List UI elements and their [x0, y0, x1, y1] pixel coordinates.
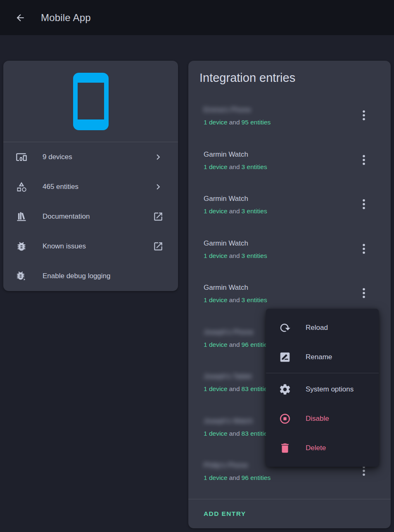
stop-circle-icon [279, 413, 291, 425]
entry-entities-link[interactable]: 3 entities [242, 252, 267, 259]
entry-devices-link[interactable]: 1 device [204, 474, 228, 481]
menu-item-delete[interactable]: Delete [266, 433, 379, 463]
menu-item-label: System options [306, 385, 354, 394]
dots-vertical-icon [358, 243, 370, 255]
integration-link-label: Enable debug logging [43, 272, 164, 280]
open-in-new-icon [153, 241, 164, 252]
integration-info-card: 9 devices465 entitiesDocumentationKnown … [3, 61, 178, 291]
entry-entities-link[interactable]: 95 entities [242, 119, 271, 126]
dots-vertical-icon [358, 154, 370, 166]
integration-entry-row: Garmin Watch1 deviceand3 entities [188, 144, 391, 188]
entry-devices-link[interactable]: 1 device [204, 208, 228, 215]
entry-name: Garmin Watch [204, 239, 248, 248]
entry-menu-button[interactable] [354, 283, 374, 303]
dots-vertical-icon [358, 198, 370, 210]
delete-icon [279, 442, 291, 454]
entry-menu-button[interactable] [354, 105, 374, 125]
back-button[interactable] [14, 12, 26, 24]
entry-subtitle-joiner: and [229, 474, 240, 481]
menu-item-label: Reload [306, 324, 328, 332]
bug-icon [16, 241, 27, 252]
entry-subtitle: 1 deviceand95 entities [204, 118, 354, 127]
entry-subtitle-joiner: and [229, 385, 240, 392]
integration-link-label: 465 entities [43, 183, 153, 191]
entry-subtitle: 1 deviceand96 entities [204, 473, 354, 482]
entries-card-footer: ADD ENTRY [188, 499, 391, 528]
bug-play-icon [16, 270, 27, 282]
menu-item-system-options[interactable]: System options [266, 375, 379, 404]
entries-card-title: Integration entries [188, 61, 391, 85]
chevron-right-icon [153, 152, 164, 162]
rename-box-icon [279, 351, 291, 363]
entry-subtitle-joiner: and [229, 119, 240, 126]
entry-menu-button[interactable] [354, 150, 374, 170]
integration-link-row[interactable]: Enable debug logging [3, 261, 178, 291]
entry-devices-link[interactable]: 1 device [204, 341, 228, 348]
integration-link-row[interactable]: Known issues [3, 231, 178, 261]
entry-subtitle: 1 deviceand3 entities [204, 296, 354, 305]
entry-name: Philip's Phone [204, 460, 248, 470]
entry-entities-link[interactable]: 3 entities [242, 296, 267, 303]
integration-entry-row: Garmin Watch1 deviceand3 entities [188, 233, 391, 277]
cog-icon [279, 383, 291, 396]
entry-name: Joseph's Phone [204, 327, 253, 337]
menu-item-rename[interactable]: Rename [266, 342, 379, 372]
entry-subtitle: 1 deviceand3 entities [204, 251, 354, 260]
devices-icon [16, 151, 27, 163]
shape-outline-icon [16, 181, 27, 193]
integration-link-row[interactable]: 465 entities [3, 172, 178, 202]
integration-link-label: Known issues [43, 242, 153, 250]
entry-context-menu: ReloadRenameSystem optionsDisableDelete [266, 309, 379, 467]
bookshelf-icon [16, 211, 27, 222]
chevron-right-icon [153, 181, 164, 192]
entry-devices-link[interactable]: 1 device [204, 430, 228, 437]
entry-menu-button[interactable] [354, 239, 374, 259]
menu-divider [266, 373, 379, 373]
entry-menu-button[interactable] [354, 194, 374, 214]
entry-devices-link[interactable]: 1 device [204, 252, 228, 259]
entry-name: Joseph's Tablet [204, 372, 252, 382]
integration-link-label: Documentation [43, 212, 153, 221]
entry-devices-link[interactable]: 1 device [204, 296, 228, 303]
entry-subtitle-joiner: and [229, 430, 240, 437]
arrow-left-icon [15, 12, 26, 23]
dots-vertical-icon [358, 287, 370, 299]
integration-link-label: 9 devices [43, 153, 153, 161]
add-entry-button[interactable]: ADD ENTRY [204, 510, 246, 518]
entry-subtitle: 1 deviceand3 entities [204, 207, 354, 216]
entry-subtitle-joiner: and [229, 341, 240, 348]
menu-item-disable[interactable]: Disable [266, 404, 379, 433]
integration-link-row[interactable]: Documentation [3, 202, 178, 231]
entry-subtitle-joiner: and [229, 296, 240, 303]
app-header: Mobile App [0, 0, 394, 35]
open-in-new-icon [153, 211, 164, 222]
entry-subtitle: 1 deviceand3 entities [204, 162, 354, 172]
integration-logo-area [3, 61, 178, 142]
integration-entry-row: Garmin Watch1 deviceand3 entities [188, 188, 391, 233]
page-title: Mobile App [41, 12, 91, 24]
entry-entities-link[interactable]: 96 entities [242, 474, 271, 481]
dots-vertical-icon [358, 109, 370, 122]
menu-item-label: Delete [306, 444, 326, 452]
menu-item-reload[interactable]: Reload [266, 313, 379, 342]
entry-name: Joseph's Watch [204, 416, 253, 426]
entry-devices-link[interactable]: 1 device [204, 163, 228, 170]
reload-icon [279, 322, 291, 334]
entry-entities-link[interactable]: 3 entities [242, 208, 267, 215]
entry-entities-link[interactable]: 3 entities [242, 163, 267, 170]
entry-subtitle-joiner: and [229, 163, 240, 170]
integration-links-list: 9 devices465 entitiesDocumentationKnown … [3, 142, 178, 291]
entry-subtitle-joiner: and [229, 252, 240, 259]
integration-entry-row: Emma's Phone1 deviceand95 entities [188, 99, 391, 144]
integration-link-row[interactable]: 9 devices [3, 142, 178, 172]
entry-name: Emma's Phone [204, 105, 251, 115]
cellphone-icon [73, 73, 109, 130]
entry-devices-link[interactable]: 1 device [204, 385, 228, 392]
entry-name: Garmin Watch [204, 150, 248, 160]
menu-item-label: Disable [306, 415, 329, 423]
entry-name: Garmin Watch [204, 283, 248, 293]
entry-devices-link[interactable]: 1 device [204, 119, 228, 126]
entry-subtitle-joiner: and [229, 208, 240, 215]
entry-name: Garmin Watch [204, 194, 248, 204]
menu-item-label: Rename [306, 353, 332, 361]
